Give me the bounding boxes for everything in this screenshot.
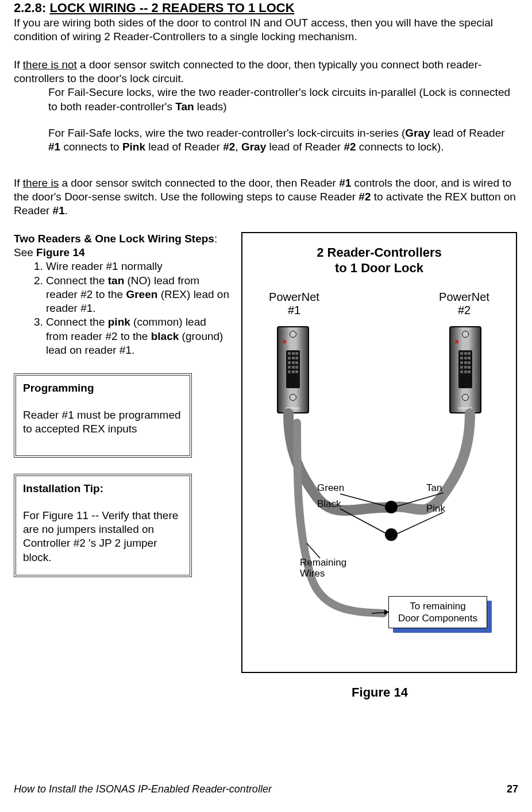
label-green-wire: Green bbox=[317, 482, 344, 494]
text: to 1 Door Lock bbox=[335, 261, 423, 275]
box-body: Reader #1 must be programmed to accepted… bbox=[23, 408, 183, 436]
section-title-text: LOCK WIRING -- 2 READERS TO 1 LOCK bbox=[49, 1, 294, 15]
text-bold: Green bbox=[126, 288, 157, 300]
box-title: Installation Tip: bbox=[23, 482, 183, 496]
label-remaining-wires: Remaining Wires bbox=[300, 557, 346, 579]
text: , bbox=[235, 141, 241, 153]
text: Connect the bbox=[46, 274, 108, 287]
text: a door sensor switch connected to the do… bbox=[59, 177, 339, 189]
text-bold: Two Readers & One Lock Wiring Steps bbox=[14, 233, 214, 245]
figure-title: 2 Reader-Controllers to 1 Door Lock bbox=[242, 245, 516, 276]
figure-14-diagram: 2 Reader-Controllers to 1 Door Lock Powe… bbox=[241, 232, 517, 673]
text-bold: Figure 14 bbox=[36, 246, 84, 258]
step-2: Connect the tan (NO) lead from reader #2… bbox=[46, 274, 231, 316]
steps-heading: Two Readers & One Lock Wiring Steps: See… bbox=[14, 232, 231, 260]
text: connects to bbox=[60, 141, 122, 153]
text-bold: #2 bbox=[344, 141, 356, 153]
label-pink-wire: Pink bbox=[426, 503, 445, 515]
text-bold: Gray bbox=[405, 127, 430, 139]
text-bold: #1 bbox=[48, 141, 60, 153]
box-body: For Figure 11 -- Verify that there are n… bbox=[23, 509, 183, 564]
text: a door sensor switch connected to the do… bbox=[14, 59, 481, 84]
svg-line-4 bbox=[307, 543, 320, 558]
text-bold: Gray bbox=[241, 141, 266, 153]
text: If bbox=[14, 177, 23, 189]
text-underline: there is not bbox=[23, 59, 77, 71]
text: Connect the bbox=[46, 316, 108, 328]
label-powernet-2: PowerNet #2 bbox=[430, 291, 499, 317]
svg-line-1 bbox=[340, 509, 387, 534]
footer-text: How to Install the ISONAS IP-Enabled Rea… bbox=[14, 783, 272, 796]
callout-box: To remaining Door Components bbox=[388, 596, 487, 629]
text: lead of Reader bbox=[430, 127, 505, 139]
text-bold: tan bbox=[108, 274, 125, 287]
section-number: 2.2.8: bbox=[14, 1, 46, 15]
installation-tip-box: Installation Tip: For Figure 11 -- Verif… bbox=[14, 474, 192, 577]
text-bold: Pink bbox=[122, 141, 145, 153]
text: lead of Reader bbox=[266, 141, 344, 153]
fail-secure-note: For Fail-Secure locks, wire the two read… bbox=[14, 86, 518, 114]
reader-device-1-icon: ISONAS bbox=[277, 326, 309, 413]
text-bold: black bbox=[151, 330, 179, 342]
no-sensor-paragraph: If there is not a door sensor switch con… bbox=[14, 58, 518, 86]
text: For Fail-Safe locks, wire the two reader… bbox=[48, 127, 405, 139]
text: #2 bbox=[458, 304, 471, 316]
label-tan-wire: Tan bbox=[426, 482, 442, 494]
text: connects to lock). bbox=[356, 141, 444, 153]
step-1: Wire reader #1 normally bbox=[46, 260, 231, 273]
svg-line-3 bbox=[396, 512, 444, 534]
reader-device-2-icon: ISONAS bbox=[449, 326, 481, 413]
step-3: Connect the pink (common) lead from read… bbox=[46, 315, 231, 357]
svg-line-0 bbox=[340, 494, 387, 506]
with-sensor-paragraph: If there is a door sensor switch connect… bbox=[14, 176, 518, 218]
intro-paragraph: If you are wiring both sides of the door… bbox=[14, 16, 518, 44]
wire-node-top-icon bbox=[385, 501, 398, 513]
page-number: 27 bbox=[507, 783, 518, 796]
section-heading: 2.2.8: LOCK WIRING -- 2 READERS TO 1 LOC… bbox=[14, 0, 518, 16]
text: PowerNet bbox=[269, 291, 319, 303]
text: For Fail-Secure locks, wire the two read… bbox=[48, 86, 510, 112]
text-bold: #1 bbox=[339, 177, 351, 189]
text: leads) bbox=[194, 100, 227, 113]
text: If bbox=[14, 59, 23, 71]
text-bold: #1 bbox=[53, 204, 65, 216]
programming-box: Programming Reader #1 must be programmed… bbox=[14, 373, 192, 458]
svg-line-5 bbox=[372, 612, 389, 613]
box-title: Programming bbox=[23, 381, 183, 395]
text: Wire reader #1 normally bbox=[46, 260, 163, 272]
text: 2 Reader-Controllers bbox=[317, 245, 442, 260]
text: Remaining bbox=[300, 557, 346, 568]
device-brand: ISONAS bbox=[450, 407, 480, 411]
text: To remaining bbox=[410, 601, 465, 612]
text: lead of Reader bbox=[145, 141, 223, 153]
text: Door Components bbox=[398, 613, 477, 624]
text: Wires bbox=[300, 568, 325, 579]
text: . bbox=[65, 204, 68, 216]
wire-node-bottom-icon bbox=[385, 528, 398, 541]
figure-caption: Figure 14 bbox=[241, 685, 518, 701]
text-bold: Tan bbox=[175, 100, 194, 113]
page-footer: How to Install the ISONAS IP-Enabled Rea… bbox=[14, 783, 518, 796]
text-bold: #2 bbox=[223, 141, 235, 153]
steps-list: Wire reader #1 normally Connect the tan … bbox=[14, 260, 231, 357]
device-brand: ISONAS bbox=[278, 407, 308, 411]
label-powernet-1: PowerNet #1 bbox=[260, 291, 329, 317]
label-black-wire: Black bbox=[317, 498, 341, 510]
text-underline: there is bbox=[23, 177, 59, 189]
fail-safe-note: For Fail-Safe locks, wire the two reader… bbox=[14, 126, 518, 154]
text-bold: pink bbox=[108, 316, 130, 328]
text: #1 bbox=[288, 304, 300, 316]
text: PowerNet bbox=[439, 291, 489, 303]
text-bold: #2 bbox=[358, 191, 371, 203]
